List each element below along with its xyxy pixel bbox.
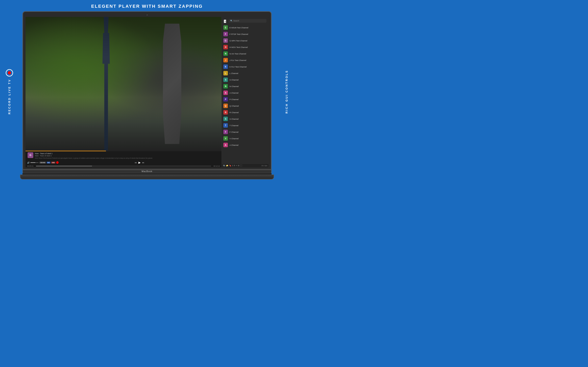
record-button[interactable] xyxy=(56,161,59,164)
channel-name: N Channel xyxy=(229,85,239,87)
side-label-right: RICH GUI CONTROLS xyxy=(285,70,288,113)
search-bar[interactable]: 🔍 Search xyxy=(229,19,267,23)
grid-icon[interactable]: ⊞ xyxy=(238,165,240,167)
controls-bar: 🔊 720 HD HD HW ⏮ ▶ xyxy=(26,160,222,165)
channel-item[interactable]: JJ FLV Test Channel xyxy=(222,57,268,63)
channel-name: K FLV Test Channel xyxy=(229,66,247,68)
panel-bottom-controls: 📷 📁 🔖 ℹ ⚙ ≡ ⊞ ⛶ 23.1 fps xyxy=(222,164,268,167)
fullscreen-icon[interactable]: ⛶ xyxy=(240,165,242,167)
channel-item[interactable]: KK FLV Test Channel xyxy=(222,63,268,70)
channel-icon: E xyxy=(223,25,228,30)
channel-name: E M3U8 Test Channel xyxy=(229,26,248,29)
channel-name: L Channel xyxy=(229,72,238,75)
mark-icon[interactable]: 🔖 xyxy=(229,165,231,167)
channel-name: S Channel xyxy=(229,79,238,81)
channel-icon: Q xyxy=(223,104,228,108)
channel-name: J FLV Test Channel xyxy=(229,59,246,61)
search-icon: 🔍 xyxy=(230,20,233,22)
screenshot-icon[interactable]: 📷 xyxy=(223,165,225,167)
channel-icon: R xyxy=(223,110,228,115)
info-icon[interactable]: ℹ xyxy=(232,165,233,167)
channel-item[interactable]: SS Channel xyxy=(222,116,268,122)
camera-area xyxy=(26,14,268,16)
total-time: 00:12:14 xyxy=(214,165,220,167)
channel-icon: S xyxy=(223,117,228,121)
channel-panel: ◀ 🔍 Search EE M3U8 Test ChannelFF RTSP T… xyxy=(222,17,268,167)
quality-720-badge: 720 HD xyxy=(39,162,46,164)
channel-item[interactable]: HH MOV Test Channel xyxy=(222,44,268,50)
channel-name: F Channel xyxy=(229,131,238,133)
channel-item[interactable]: LL Channel xyxy=(222,70,268,76)
channel-item[interactable]: NN AVI Test Channel xyxy=(222,50,268,57)
channel-name: P Channel xyxy=(229,98,238,100)
channel-item[interactable]: FF RTSP Test Channel xyxy=(222,31,268,37)
channel-icon: S xyxy=(223,77,228,82)
channel-name: T Channel xyxy=(229,124,238,127)
seek-fill xyxy=(36,166,92,166)
folder-icon[interactable]: 📁 xyxy=(226,165,228,167)
channel-name: R Channel xyxy=(229,111,239,114)
macbook-screen: G Now : Tears of steel 1 Next : Tears of… xyxy=(22,11,272,170)
rich-gui-controls-label: RICH GUI CONTROLS xyxy=(285,70,288,113)
now-playing-info: Now : Tears of steel 1 Next : Tears of s… xyxy=(35,152,219,159)
channel-name: A Channel xyxy=(229,92,238,94)
channel-item[interactable]: TT Channel xyxy=(222,122,268,129)
channel-icon: P xyxy=(223,97,228,101)
macbook-keyboard xyxy=(20,175,274,179)
channel-icon: N xyxy=(223,51,228,56)
channel-list: EE M3U8 Test ChannelFF RTSP Test Channel… xyxy=(222,24,268,164)
channel-name: G MP4 Test Channel xyxy=(229,40,247,42)
video-frame xyxy=(26,17,222,151)
seekbar[interactable] xyxy=(36,166,211,166)
page-title: ELEGENT PLAYER WITH SMART ZAPPING xyxy=(0,0,294,9)
channel-item[interactable]: AA Channel xyxy=(222,90,268,96)
program-description: 2012 Short Film/Science FictionIn an apo… xyxy=(35,157,219,159)
channel-name: Q Channel xyxy=(229,105,239,107)
channel-icon: L xyxy=(223,71,228,75)
channel-item[interactable]: PP Channel xyxy=(222,96,268,103)
channel-item[interactable]: FF Channel xyxy=(222,129,268,135)
search-input[interactable]: Search xyxy=(233,20,265,22)
record-live-tv-label: RECORD LIVE TV xyxy=(8,79,11,114)
channel-name: N AVI Test Channel xyxy=(229,53,246,55)
volume-slider[interactable] xyxy=(30,162,39,163)
channel-name: A Channel xyxy=(229,144,238,146)
current-time: 00:05:01 xyxy=(27,165,34,167)
channel-icon: A xyxy=(223,91,228,95)
channel-name: V Channel xyxy=(229,137,238,140)
fps-display: 23.1 fps xyxy=(261,165,267,167)
channel-item[interactable]: GG MP4 Test Channel xyxy=(222,37,268,44)
channel-item[interactable]: NN Channel xyxy=(222,83,268,90)
channel-item[interactable]: RR Channel xyxy=(222,109,268,116)
macbook-label: MacBook xyxy=(142,170,153,173)
progress-fill xyxy=(26,151,106,151)
main-area: G Now : Tears of steel 1 Next : Tears of… xyxy=(26,17,268,167)
channel-item[interactable]: QQ Channel xyxy=(222,103,268,109)
channel-icon: J xyxy=(223,58,228,62)
volume-button[interactable]: 🔊 xyxy=(27,161,30,164)
skip-back-button[interactable]: ⏮ xyxy=(135,161,137,164)
seekbar-row: 00:05:01 00:12:14 xyxy=(26,165,222,167)
channel-icon: H xyxy=(223,45,228,49)
channel-item[interactable]: AA Channel xyxy=(222,142,268,148)
settings-icon[interactable]: ⚙ xyxy=(233,165,235,167)
transport-controls: ⏮ ▶ ⏭ xyxy=(135,161,144,164)
channel-icon: F xyxy=(223,130,228,134)
channel-item[interactable]: EE M3U8 Test Channel xyxy=(222,24,268,31)
now-playing-title: Now : Tears of steel 1 xyxy=(35,152,219,155)
channel-item[interactable]: VV Channel xyxy=(222,135,268,142)
play-pause-button[interactable]: ▶ xyxy=(138,161,141,164)
record-icon xyxy=(6,69,13,76)
channel-icon: K xyxy=(223,64,228,69)
channel-icon: F xyxy=(223,32,228,36)
scene-overlay xyxy=(26,17,222,151)
camera-dot xyxy=(146,14,148,16)
channel-name: S Channel xyxy=(229,118,238,120)
robot-silhouette xyxy=(162,24,182,144)
channel-item[interactable]: SS Channel xyxy=(222,76,268,83)
video-progress-bar[interactable] xyxy=(26,151,222,151)
list-icon[interactable]: ≡ xyxy=(236,165,237,167)
channel-icon: A xyxy=(223,143,228,147)
back-button[interactable]: ◀ xyxy=(224,20,226,23)
skip-forward-button[interactable]: ⏭ xyxy=(142,161,144,164)
